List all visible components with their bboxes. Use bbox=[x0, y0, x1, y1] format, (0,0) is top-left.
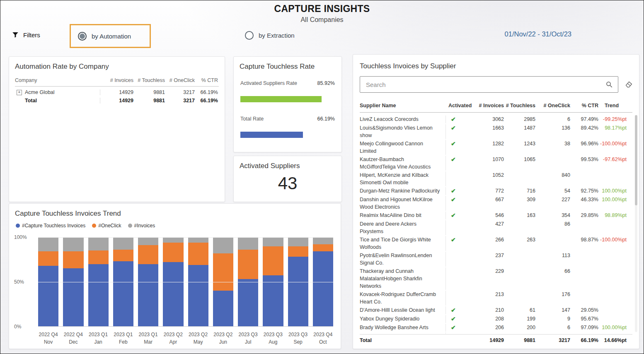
column-header-oneclick[interactable]: # OneClick bbox=[165, 77, 195, 83]
trend-bar[interactable] bbox=[113, 237, 133, 326]
supplier-ctr-cell: 99.53% bbox=[570, 156, 598, 171]
column-header-activated[interactable]: Activated bbox=[446, 103, 469, 108]
bar-stack bbox=[313, 237, 333, 326]
scrollbar-thumb[interactable] bbox=[635, 115, 637, 205]
trend-plot bbox=[38, 237, 333, 327]
legend-dot-icon bbox=[92, 224, 96, 228]
trend-bar[interactable] bbox=[138, 237, 158, 326]
search-icon[interactable] bbox=[605, 81, 613, 88]
bar-segment bbox=[113, 261, 133, 326]
supplier-trend-cell bbox=[598, 220, 627, 235]
column-header-invoices[interactable]: # Invoices bbox=[469, 103, 504, 108]
column-header-trend[interactable]: Trend bbox=[598, 103, 627, 108]
company-name: Acme Global bbox=[25, 89, 55, 95]
column-header-company[interactable]: Company bbox=[15, 77, 100, 83]
column-header-touchless[interactable]: # Touchless bbox=[504, 103, 535, 108]
filters-button[interactable]: Filters bbox=[12, 31, 40, 39]
supplier-table-header: Supplier Name Activated # Invoices # Tou… bbox=[360, 103, 632, 113]
supplier-row[interactable]: Brady Wolledge Banshee Arts✔206200697.09… bbox=[360, 323, 632, 332]
supplier-ctr-cell bbox=[570, 291, 598, 306]
supplier-row[interactable]: Pyotr&Evelin RawlinsonLenden Signal Co.2… bbox=[360, 251, 632, 267]
supplier-trend-cell: 98.89%pt bbox=[598, 212, 627, 219]
legend-item[interactable]: #Capture Touchless Invoices bbox=[16, 223, 85, 229]
supplier-ctr-cell: 95.67% bbox=[570, 315, 598, 323]
page-subtitle: All Companies bbox=[0, 16, 644, 24]
column-header-invoices[interactable]: # Invoices bbox=[100, 77, 133, 83]
supplier-ctr-cell bbox=[570, 267, 598, 290]
supplier-row[interactable]: Kautzer-Baumbach McGiffordTeliga Vine Ac… bbox=[360, 155, 632, 171]
automation-rate-card: Automation Rate by Company Company # Inv… bbox=[9, 56, 225, 202]
supplier-invoices-cell: 210 bbox=[469, 306, 504, 314]
supplier-invoices-cell: 237 bbox=[469, 252, 504, 267]
supplier-ctr-cell: 97.49% bbox=[570, 116, 598, 123]
scrollbar[interactable] bbox=[635, 115, 637, 332]
supplier-row[interactable]: Louis&Sigismondo Vlies Lemon show✔166314… bbox=[360, 124, 632, 140]
trend-bar[interactable] bbox=[288, 237, 308, 326]
table-row[interactable]: + Acme Global 14929 9881 3217 66.19% bbox=[15, 87, 219, 96]
column-header-ctr[interactable]: % CTR bbox=[195, 77, 218, 83]
bar-segment bbox=[38, 251, 58, 265]
trend-bar[interactable] bbox=[238, 237, 258, 326]
trend-bar[interactable] bbox=[63, 237, 83, 326]
trend-chart-title: Capture Touchless Invoices Trend bbox=[15, 210, 335, 218]
supplier-row[interactable]: Thackeray and Cunnah MalatalantHobgen Sh… bbox=[360, 267, 632, 290]
supplier-oneclick-cell: 176 bbox=[535, 291, 570, 306]
trend-bar[interactable] bbox=[263, 237, 283, 326]
trend-bar[interactable] bbox=[88, 237, 109, 326]
trend-chart-card: Capture Touchless Invoices Trend #Captur… bbox=[9, 203, 341, 349]
metric-bar[interactable] bbox=[240, 96, 335, 102]
column-header-ctr[interactable]: % CTR bbox=[570, 103, 598, 108]
company-ctr: 66.19% bbox=[195, 89, 218, 95]
supplier-row[interactable]: Kovacek-Rodriguez DufferCramb Heart Co.2… bbox=[360, 290, 632, 306]
eraser-icon[interactable] bbox=[624, 80, 633, 89]
supplier-row[interactable]: Deere and Deere Ackers Pixystems42786 bbox=[360, 220, 632, 236]
x-axis-label: 2023 Q3Aug bbox=[263, 331, 283, 346]
supplier-row[interactable]: Hilpert, McKenzie and Kilback Simonetti … bbox=[360, 171, 632, 187]
radio-by-automation[interactable]: by Automation bbox=[71, 25, 150, 47]
x-label-quarter: 2023 Q3 bbox=[288, 331, 308, 338]
trend-bar[interactable] bbox=[188, 237, 208, 326]
column-header-oneclick[interactable]: # OneClick bbox=[535, 103, 570, 108]
supplier-row[interactable]: Borer, Macejkovic and Brakus Turmel Geme… bbox=[360, 332, 632, 334]
supplier-row[interactable]: Realmix MacAiline Dino bit✔54616335429.8… bbox=[360, 211, 632, 220]
supplier-trend-cell: 100.00%pt bbox=[598, 324, 627, 332]
legend-label: #Capture Touchless Invoices bbox=[22, 223, 85, 229]
x-label-quarter: 2023 Q2 bbox=[213, 331, 233, 338]
x-label-month: Jun bbox=[213, 338, 233, 346]
legend-item[interactable]: #OneClick bbox=[92, 223, 121, 229]
supplier-invoices-cell: 213 bbox=[469, 291, 504, 306]
column-header-touchless[interactable]: # Touchless bbox=[133, 77, 165, 83]
trend-chart-area: 100% 50% 0% bbox=[15, 237, 335, 327]
legend-dot-icon bbox=[16, 224, 20, 228]
x-label-quarter: 2023 Q3 bbox=[263, 331, 283, 338]
x-axis-label: 2023 Q4Oct bbox=[313, 331, 333, 346]
checkmark-icon: ✔ bbox=[446, 188, 456, 194]
search-box[interactable] bbox=[360, 76, 618, 93]
search-input[interactable] bbox=[365, 81, 605, 89]
supplier-activated-cell: ✔ bbox=[446, 187, 469, 195]
trend-bar[interactable] bbox=[313, 237, 333, 326]
supplier-row[interactable]: Meejo Collingwood Cannon Limited✔1282124… bbox=[360, 140, 632, 155]
trend-bar[interactable] bbox=[213, 237, 233, 326]
checkmark-icon: ✔ bbox=[446, 156, 456, 163]
x-axis-label: 2023 Q2Jun bbox=[213, 331, 233, 346]
supplier-row[interactable]: LiveZ Leacock Corecords✔30622985697.49%-… bbox=[360, 115, 632, 124]
expand-icon[interactable]: + bbox=[17, 90, 22, 95]
supplier-ctr-cell: 97.09% bbox=[570, 324, 598, 332]
supplier-ctr-cell: 29.05% bbox=[570, 306, 598, 314]
supplier-row[interactable]: D'Amore-Hilll Lesslie Ocean light✔210611… bbox=[360, 306, 632, 315]
trend-bar[interactable] bbox=[38, 237, 58, 326]
metric-bar[interactable] bbox=[240, 132, 335, 138]
legend-item[interactable]: #Invoices bbox=[128, 223, 155, 229]
supplier-row[interactable]: Danshin and Higounet McKilroe Wood Elect… bbox=[360, 195, 632, 211]
radio-by-extraction[interactable]: by Extraction bbox=[245, 31, 295, 40]
trend-bar[interactable] bbox=[163, 237, 183, 326]
activated-suppliers-title: Activated Suppliers bbox=[240, 162, 336, 170]
supplier-invoices-cell: 546 bbox=[469, 212, 504, 219]
supplier-row[interactable]: Tice and Tice De Giorgis White Wolfoods✔… bbox=[360, 236, 632, 251]
y-axis-tick: 100% bbox=[14, 234, 32, 240]
supplier-row[interactable]: Yabox Dungey Spideradio✔208199995.67% bbox=[360, 315, 632, 323]
supplier-oneclick-cell: 136 bbox=[535, 124, 570, 139]
supplier-row[interactable]: Durgan-Metz Rankine Padlockurity✔7727165… bbox=[360, 187, 632, 195]
column-header-supplier-name[interactable]: Supplier Name bbox=[360, 103, 446, 108]
